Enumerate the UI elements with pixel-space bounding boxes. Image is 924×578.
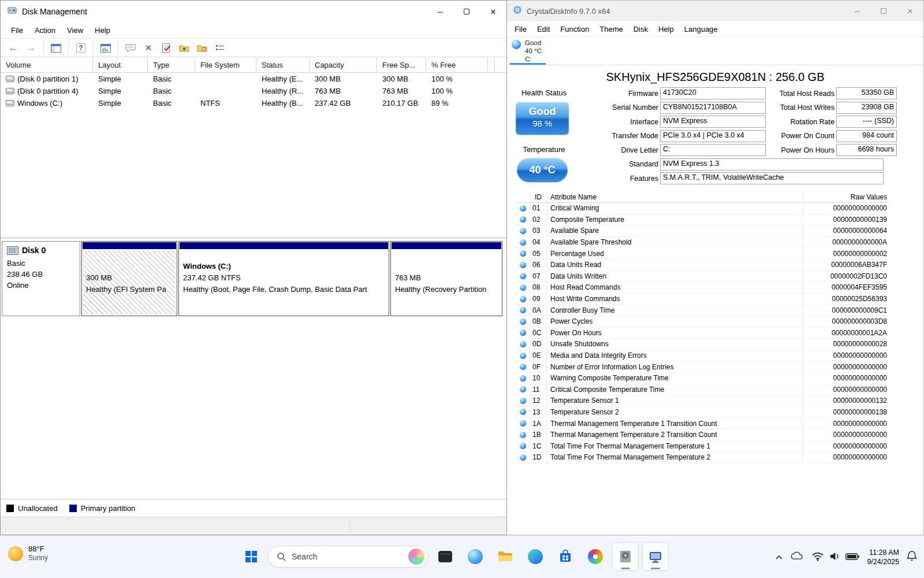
folder-up-icon[interactable] <box>178 42 190 54</box>
volume-row[interactable]: Windows (C:) Simple Basic NTFS Healthy (… <box>1 97 506 109</box>
close-button[interactable]: ✕ <box>897 1 923 21</box>
forward-icon[interactable]: → <box>25 42 37 54</box>
health-status-button[interactable]: Good 98 % <box>516 102 569 135</box>
column-header-type[interactable]: Type <box>148 58 195 72</box>
partition-recovery[interactable]: 763 MB Healthy (Recovery Partition <box>390 241 502 316</box>
system-tray: 11:28 AM 9/24/2025 <box>776 536 917 578</box>
tray-chevron-up-icon[interactable] <box>776 552 783 562</box>
disk-management-app-icon <box>8 6 17 17</box>
drive-model-title: SKHynix_HFS256GDE9X081N : 256.0 GB <box>507 71 923 84</box>
smart-row[interactable]: 13 Temperature Sensor 2 00000000000138 <box>516 407 889 418</box>
back-icon[interactable]: ← <box>8 42 19 54</box>
smart-row[interactable]: 01 Critical Warning 00000000000000 <box>516 203 889 214</box>
column-header-volume[interactable]: Volume <box>1 58 93 72</box>
taskbar-clock[interactable]: 11:28 AM 9/24/2025 <box>867 548 899 566</box>
chart-window-icon[interactable] <box>100 42 111 54</box>
column-header-status[interactable]: Status <box>256 58 310 72</box>
partition-efi[interactable]: 300 MB Healthy (EFI System Pa <box>81 241 177 316</box>
menu-item[interactable]: Function <box>555 23 594 35</box>
smart-row[interactable]: 04 Available Spare Threshold 00000000000… <box>516 237 889 249</box>
menu-item[interactable]: Help <box>89 24 116 37</box>
column-header-free-space[interactable]: Free Sp... <box>377 58 426 72</box>
smart-row[interactable]: 1B Thermal Management Temperature 2 Tran… <box>516 429 889 441</box>
cdi-titlebar[interactable]: CrystalDiskInfo 9.7.0 x64 ─ ✕ <box>507 1 923 21</box>
attribute-health-dot-icon <box>520 386 526 392</box>
disk0-info-box[interactable]: Disk 0 Basic 238.46 GB Online <box>2 241 80 316</box>
search-box[interactable]: Search <box>268 546 429 568</box>
smart-row[interactable]: 02 Composite Temperature 00000000000139 <box>516 214 889 226</box>
smart-row[interactable]: 0A Controller Busy Time 000000000009C1 <box>516 305 889 316</box>
taskbar-app-crystaldiskinfo[interactable] <box>612 542 639 571</box>
smart-row[interactable]: 0D Unsafe Shutdowns 00000000000028 <box>516 339 889 350</box>
menu-item[interactable]: Edit <box>532 23 555 35</box>
dm-titlebar[interactable]: Disk Management ─ ✕ <box>1 1 506 23</box>
column-header-layout[interactable]: Layout <box>93 58 148 72</box>
menu-item[interactable]: Theme <box>594 23 628 35</box>
attribute-id: 09 <box>530 294 547 305</box>
smart-row[interactable]: 12 Temperature Sensor 1 00000000000132 <box>516 395 889 407</box>
smart-row[interactable]: 1D Total Time For Thermal Management Tem… <box>516 452 889 464</box>
speech-bubble-icon[interactable] <box>125 42 136 54</box>
temperature-button[interactable]: 40 °C <box>517 158 568 182</box>
menu-item[interactable]: View <box>61 24 89 37</box>
taskbar-app-file-explorer[interactable] <box>492 542 519 571</box>
attribute-id: 1D <box>530 452 547 463</box>
maximize-button[interactable] <box>870 1 897 21</box>
menu-item[interactable]: File <box>5 24 29 37</box>
smart-row[interactable]: 03 Available Spare 00000000000064 <box>516 225 889 237</box>
taskbar-app-photos[interactable] <box>582 542 609 571</box>
folder-view-icon[interactable] <box>196 42 208 54</box>
partition-size: 237.42 GB NTFS <box>183 272 386 284</box>
smart-row[interactable]: 0B Power Cycles 000000000003D8 <box>516 316 889 328</box>
menu-item[interactable]: Disk <box>628 23 653 35</box>
taskbar-app-edge[interactable] <box>522 542 549 571</box>
taskbar-app-disk-management[interactable] <box>642 542 669 571</box>
volume-row[interactable]: (Disk 0 partition 4) Simple Basic Health… <box>1 85 506 97</box>
minimize-button[interactable]: ─ <box>844 1 870 21</box>
menu-item[interactable]: Language <box>679 23 723 35</box>
console-tree-icon[interactable] <box>50 42 62 54</box>
smart-row[interactable]: 11 Critical Composite Temperature Time 0… <box>516 384 889 396</box>
partition-windows-c[interactable]: Windows (C:) 237.42 GB NTFS Healthy (Boo… <box>178 241 389 316</box>
maximize-button[interactable] <box>453 1 480 23</box>
attribute-health-dot-icon <box>520 353 526 359</box>
search-highlight-image[interactable] <box>408 549 424 565</box>
smart-row[interactable]: 0C Power On Hours 00000000001A2A <box>516 328 889 339</box>
column-header-capacity[interactable]: Capacity <box>310 58 377 72</box>
volume-row[interactable]: (Disk 0 partition 1) Simple Basic Health… <box>1 73 506 85</box>
menu-item[interactable]: Help <box>653 23 679 35</box>
help-icon[interactable]: ? <box>75 42 87 54</box>
notification-bell-icon[interactable] <box>907 550 917 564</box>
attribute-name: Critical Warning <box>547 203 803 214</box>
drive-tab-c[interactable]: Good 40 °C C: <box>512 39 542 63</box>
smart-row[interactable]: 0F Number of Error Information Log Entri… <box>516 361 889 373</box>
start-button[interactable] <box>238 542 264 571</box>
menu-item[interactable]: File <box>509 23 532 35</box>
column-header-filesystem[interactable]: File System <box>195 58 256 72</box>
quick-settings[interactable] <box>811 551 859 564</box>
menu-item[interactable]: Action <box>29 24 61 37</box>
smart-row[interactable]: 1C Total Time For Thermal Management Tem… <box>516 440 889 452</box>
running-indicator <box>621 568 630 569</box>
onedrive-cloud-icon[interactable] <box>790 551 804 563</box>
smart-row[interactable]: 09 Host Write Commands 00000025D56393 <box>516 294 889 305</box>
smart-row[interactable]: 05 Percentage Used 00000000000002 <box>516 248 889 260</box>
minimize-button[interactable]: ─ <box>427 1 453 23</box>
properties-list-icon[interactable] <box>214 42 226 54</box>
taskbar-app-dark[interactable] <box>432 542 459 571</box>
column-header-pct-free[interactable]: % Free <box>426 58 488 72</box>
close-button[interactable]: ✕ <box>480 1 506 23</box>
weather-widget[interactable]: 88°F Sunny <box>8 544 48 562</box>
taskbar-app-copilot[interactable] <box>462 542 489 571</box>
smart-row[interactable]: 10 Warning Composite Temperature Time 00… <box>516 373 889 384</box>
smart-row[interactable]: 08 Host Read Commands 0000004FEF3595 <box>516 282 889 294</box>
smart-row[interactable]: 0E Media and Data Integrity Errors 00000… <box>516 350 889 362</box>
smart-row[interactable]: 06 Data Units Read 00000006AB347F <box>516 260 889 271</box>
delete-volume-icon[interactable]: ✕ <box>143 42 154 54</box>
smart-row[interactable]: 1A Thermal Management Temperature 1 Tran… <box>516 418 889 429</box>
info-label: Rotation Rate <box>752 118 834 126</box>
attribute-health-dot-icon <box>520 432 526 438</box>
check-document-icon[interactable] <box>161 42 172 54</box>
taskbar-app-store[interactable] <box>552 542 579 571</box>
smart-row[interactable]: 07 Data Units Written 00000002FD13C0 <box>516 271 889 283</box>
